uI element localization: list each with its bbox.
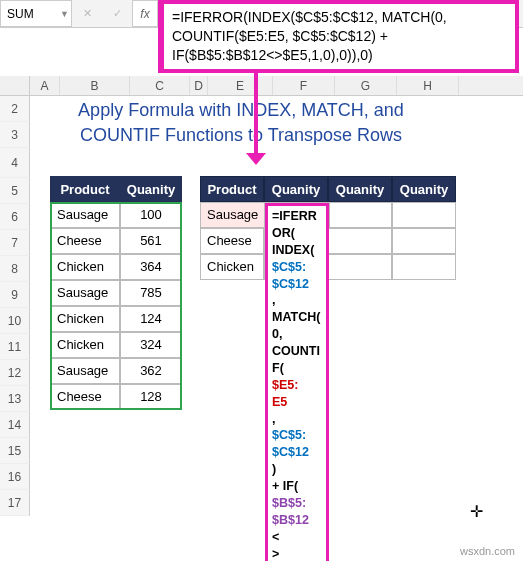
table-header: Quanity xyxy=(264,176,328,202)
table-cell[interactable]: 364 xyxy=(120,254,182,280)
row-header[interactable]: 4 xyxy=(0,148,30,178)
row-header[interactable]: 9 xyxy=(0,282,30,308)
table-cell[interactable] xyxy=(328,254,392,280)
name-box[interactable]: SUM ▼ xyxy=(0,0,72,27)
table-cell[interactable]: Cheese xyxy=(200,228,264,254)
table-cell[interactable]: 100 xyxy=(120,202,182,228)
chevron-down-icon[interactable]: ▼ xyxy=(60,9,69,19)
table-cell[interactable]: Chicken xyxy=(200,254,264,280)
table-cell[interactable]: Chicken xyxy=(50,254,120,280)
table-cell[interactable]: 324 xyxy=(120,332,182,358)
row-header[interactable]: 3 xyxy=(0,122,30,148)
formula-controls: ✕ ✓ xyxy=(72,0,132,27)
row-header[interactable]: 11 xyxy=(0,334,30,360)
table-cell[interactable]: 128 xyxy=(120,384,182,410)
col-header-A[interactable]: A xyxy=(30,76,60,95)
table-cell[interactable]: Chicken xyxy=(50,306,120,332)
table-cell[interactable]: Cheese xyxy=(50,228,120,254)
col-header-D[interactable]: D xyxy=(190,76,208,95)
fx-button[interactable]: fx xyxy=(132,0,158,27)
col-header-C[interactable]: C xyxy=(130,76,190,95)
table-header: Product xyxy=(200,176,264,202)
cursor-cross-icon: ✛ xyxy=(470,502,483,521)
table-cell[interactable]: Sausage xyxy=(200,202,265,228)
col-header-F[interactable]: F xyxy=(273,76,335,95)
table-cell[interactable] xyxy=(392,228,456,254)
col-header-B[interactable]: B xyxy=(60,76,130,95)
enter-icon[interactable]: ✓ xyxy=(113,7,122,20)
source-table: Product Quanity Sausage100 Cheese561 Chi… xyxy=(50,176,182,410)
row-header[interactable]: 15 xyxy=(0,438,30,464)
table-cell[interactable]: 561 xyxy=(120,228,182,254)
table-cell[interactable] xyxy=(328,228,392,254)
table-cell[interactable]: Sausage xyxy=(50,202,120,228)
in-cell-formula-editor[interactable]: =IFERROR(INDEX($C$5:$C$12,MATCH(0,COUNTI… xyxy=(265,203,329,561)
row-header[interactable]: 16 xyxy=(0,464,30,490)
table-cell[interactable]: 124 xyxy=(120,306,182,332)
row-header[interactable]: 2 xyxy=(0,96,30,122)
col-header-H[interactable]: H xyxy=(397,76,459,95)
table-header: Quanity xyxy=(120,176,182,202)
table-cell[interactable]: 785 xyxy=(120,280,182,306)
formula-bar-text[interactable]: =IFERROR(INDEX($C$5:$C$12, MATCH(0, COUN… xyxy=(158,0,519,73)
row-header[interactable]: 13 xyxy=(0,386,30,412)
cancel-icon[interactable]: ✕ xyxy=(83,7,92,20)
row-header[interactable]: 8 xyxy=(0,256,30,282)
row-header[interactable]: 17 xyxy=(0,490,30,516)
table-header: Quanity xyxy=(392,176,456,202)
table-header: Quanity xyxy=(328,176,392,202)
row-header[interactable]: 10 xyxy=(0,308,30,334)
table-cell[interactable] xyxy=(392,254,456,280)
col-header-G[interactable]: G xyxy=(335,76,397,95)
table-cell[interactable] xyxy=(392,202,456,228)
table-cell[interactable]: Sausage xyxy=(50,358,120,384)
name-box-value: SUM xyxy=(7,7,34,21)
table-cell[interactable]: 362 xyxy=(120,358,182,384)
row-header[interactable]: 12 xyxy=(0,360,30,386)
select-all-corner[interactable] xyxy=(0,76,30,95)
row-header[interactable]: 14 xyxy=(0,412,30,438)
watermark: wsxdn.com xyxy=(460,545,515,557)
table-cell[interactable]: Cheese xyxy=(50,384,120,410)
row-header[interactable]: 7 xyxy=(0,230,30,256)
page-title: Apply Formula with INDEX, MATCH, and COU… xyxy=(50,98,432,148)
row-header[interactable]: 6 xyxy=(0,204,30,230)
column-headers: A B C D E F G H xyxy=(0,76,523,96)
table-header: Product xyxy=(50,176,120,202)
row-header[interactable]: 5 xyxy=(0,178,30,204)
formula-bar[interactable]: =IFERROR(INDEX($C$5:$C$12, MATCH(0, COUN… xyxy=(158,0,523,27)
col-header-E[interactable]: E xyxy=(208,76,273,95)
table-cell[interactable] xyxy=(329,202,393,228)
formula-bar-row: SUM ▼ ✕ ✓ fx =IFERROR(INDEX($C$5:$C$12, … xyxy=(0,0,523,28)
table-cell[interactable]: Sausage xyxy=(50,280,120,306)
row-headers: 2 3 4 5 6 7 8 9 10 11 12 13 14 15 16 17 xyxy=(0,96,30,516)
table-cell[interactable]: Chicken xyxy=(50,332,120,358)
